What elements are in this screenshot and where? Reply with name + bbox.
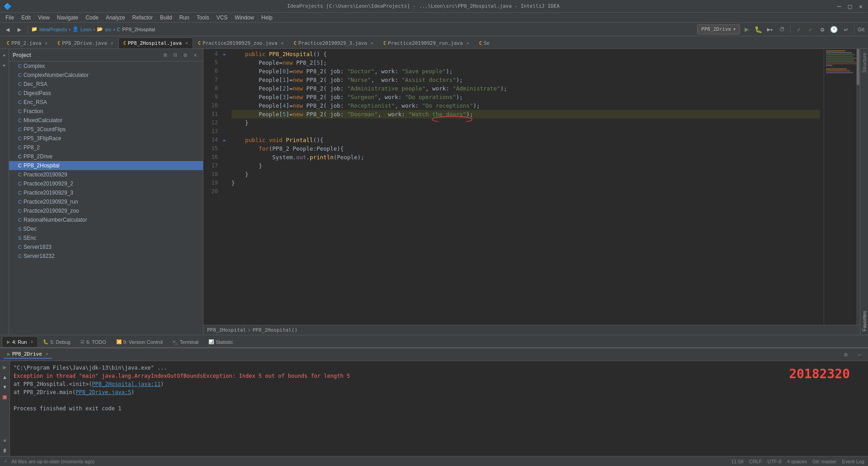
run-down-btn[interactable]: ▼ bbox=[1, 383, 9, 391]
sidebar-item-complexnumbercalculator[interactable]: C ComplexNumberCalculator bbox=[9, 71, 203, 80]
sidebar-settings-btn[interactable]: ⚙ bbox=[181, 51, 189, 59]
run-settings-btn[interactable]: ⚙ bbox=[841, 350, 851, 360]
debug-button[interactable]: 🐛 bbox=[754, 24, 764, 34]
tab-practice-run[interactable]: C Practice20190929_run.java × bbox=[378, 38, 474, 48]
menu-vcs[interactable]: VCS bbox=[213, 14, 231, 22]
run-config-selector[interactable]: PP8_2Drive ▾ bbox=[697, 24, 740, 34]
tab-pp8-2hospital[interactable]: C PP8_2Hospital.java × bbox=[118, 38, 193, 48]
menu-run[interactable]: Run bbox=[176, 14, 193, 22]
menu-analyze[interactable]: Analyze bbox=[102, 14, 129, 22]
sidebar-item-pp5-3countflips[interactable]: C PP5_3CountFlips bbox=[9, 125, 203, 134]
toolbar-project-name[interactable]: IdeaProjects bbox=[39, 27, 67, 32]
sidebar-item-practice-3[interactable]: C Practice20190929_3 bbox=[9, 188, 203, 197]
gutter-cell-4[interactable]: ▶ bbox=[222, 50, 228, 58]
run-output[interactable]: "C:\Program Files\Java\jdk-13\bin\java.e… bbox=[10, 361, 868, 456]
run-up-btn[interactable]: ▲ bbox=[1, 373, 9, 381]
menu-file[interactable]: File bbox=[2, 14, 18, 22]
minimap-scrollbar-thumb[interactable] bbox=[857, 49, 859, 85]
editor-content[interactable]: 4 5 6 7 8 9 10 11 12 13 14 15 16 17 18 1… bbox=[203, 49, 860, 325]
toolbar-user-name[interactable]: Leon bbox=[80, 27, 91, 32]
minimap-scrollbar[interactable] bbox=[856, 49, 860, 325]
toolbar-back-button[interactable]: ◀ bbox=[3, 24, 13, 34]
sidebar-expand-all-btn[interactable]: ⊞ bbox=[161, 51, 170, 59]
toolbar-src-name[interactable]: src bbox=[105, 27, 112, 32]
sidebar-item-practice-zoo[interactable]: C Practice20190929_zoo bbox=[9, 206, 203, 215]
tab-close-zoo[interactable]: × bbox=[281, 41, 284, 46]
menu-view[interactable]: View bbox=[34, 14, 53, 22]
sidebar-item-mixedcalculator[interactable]: C MixedCalculator bbox=[9, 116, 203, 125]
bottom-tab-terminal[interactable]: >_ Terminal bbox=[168, 336, 203, 347]
tab-close-pp8-2hospital[interactable]: × bbox=[185, 41, 188, 46]
sidebar-collapse-all-btn[interactable]: ⊟ bbox=[171, 51, 179, 59]
menu-refactor[interactable]: Refactor bbox=[129, 14, 156, 22]
tab-close-pp8-2drive[interactable]: × bbox=[111, 41, 113, 46]
sidebar-close-btn[interactable]: × bbox=[191, 51, 199, 59]
tab-pp8-2[interactable]: C PP8_2.java × bbox=[2, 38, 52, 48]
run-close-btn[interactable]: — bbox=[854, 350, 864, 360]
menu-code[interactable]: Code bbox=[82, 14, 102, 22]
menu-help[interactable]: Help bbox=[258, 14, 276, 22]
sidebar-item-fraction[interactable]: C Fraction bbox=[9, 107, 203, 116]
bottom-tab-todo[interactable]: ☑ 6: TODO bbox=[75, 336, 111, 347]
minimize-button[interactable]: ─ bbox=[835, 3, 843, 10]
sidebar-item-pp8-2[interactable]: C PP8_2 bbox=[9, 143, 203, 152]
sidebar-item-practice-run[interactable]: C Practice20190929_run bbox=[9, 197, 203, 206]
git-check2-button[interactable]: ✓ bbox=[806, 24, 816, 34]
git-history-button[interactable]: 🕐 bbox=[829, 24, 839, 34]
status-git[interactable]: Git: master bbox=[812, 459, 837, 464]
menu-build[interactable]: Build bbox=[156, 14, 176, 22]
bottom-tab-vcs[interactable]: 🔀 9: Version Control bbox=[111, 336, 168, 347]
run-at1-link[interactable]: PP8_2Hospital.java:11 bbox=[92, 381, 160, 387]
menu-window[interactable]: Window bbox=[231, 14, 258, 22]
tab-practice-zoo[interactable]: C Practice20190929_zoo.java × bbox=[193, 38, 289, 48]
status-charset[interactable]: UTF-8 bbox=[767, 459, 781, 464]
tab-pp8-2drive[interactable]: C PP8_2Drive.java × bbox=[52, 38, 118, 48]
coverage-button[interactable]: ▶▸ bbox=[765, 24, 775, 34]
sidebar-item-senc[interactable]: S SEnc bbox=[9, 233, 203, 243]
run-scroll-btn[interactable]: ≡ bbox=[1, 436, 9, 444]
toolbar-class-name[interactable]: PP8_2Hospital bbox=[122, 27, 155, 32]
gutter-cell-14[interactable]: ▶ bbox=[222, 136, 228, 144]
sidebar-item-pp8-2drive[interactable]: C PP8_2Drive bbox=[9, 152, 203, 161]
sidebar-item-complex[interactable]: C Complex bbox=[9, 62, 203, 71]
sidebar-item-practice-2[interactable]: C Practice20190929_2 bbox=[9, 179, 203, 188]
menu-edit[interactable]: Edit bbox=[18, 14, 34, 22]
sidebar-item-pp5-3fliprace[interactable]: C PP5_3FlipRace bbox=[9, 134, 203, 143]
run-at2-link[interactable]: PP8_2Drive.java:5 bbox=[75, 389, 131, 395]
tab-practice-3[interactable]: C Practice20190929_3.java × bbox=[289, 38, 378, 48]
bottom-tab-run[interactable]: ▶ 4: Run × bbox=[2, 336, 38, 347]
left-panel-btn-2[interactable]: ▶ bbox=[0, 61, 9, 70]
sidebar-item-dec-rsa[interactable]: C Dec_RSA bbox=[9, 80, 203, 89]
code-editor[interactable]: public PP8_2Hospital() { People=new PP8_… bbox=[228, 49, 824, 325]
sidebar-item-enc-rsa[interactable]: C Enc_RSA bbox=[9, 98, 203, 107]
tab-close-prun[interactable]: × bbox=[467, 41, 469, 46]
bottom-tab-statistic[interactable]: 📊 Statistic bbox=[203, 336, 238, 347]
git-check-button[interactable]: ✓ bbox=[794, 24, 804, 34]
profile-button[interactable]: ⏱ bbox=[777, 24, 787, 34]
breadcrumb-method[interactable]: PP8_2Hospital() bbox=[253, 327, 297, 333]
git-revert-button[interactable]: ↩ bbox=[841, 24, 851, 34]
sidebar-item-practice20190929[interactable]: C Practice20190929 bbox=[9, 170, 203, 179]
status-crlf[interactable]: CRLF bbox=[749, 459, 762, 464]
favorites-label[interactable]: Favorites bbox=[862, 309, 867, 333]
maximize-button[interactable]: □ bbox=[846, 3, 854, 10]
tab-close-pp8-2[interactable]: × bbox=[45, 41, 47, 46]
status-line-col[interactable]: 11:58 bbox=[731, 459, 744, 464]
git-settings-button[interactable]: ⚙ bbox=[817, 24, 827, 34]
run-tab-run-close[interactable]: × bbox=[46, 352, 48, 357]
run-stop-btn[interactable]: ■ bbox=[1, 393, 9, 401]
close-button[interactable]: ✕ bbox=[857, 3, 864, 10]
bottom-tab-debug[interactable]: 🐛 5: Debug bbox=[38, 336, 75, 347]
run-tab-close[interactable]: × bbox=[30, 339, 33, 344]
tab-se[interactable]: C Se bbox=[474, 38, 495, 48]
status-indent[interactable]: 4 spaces bbox=[787, 459, 807, 464]
menu-navigate[interactable]: Navigate bbox=[53, 14, 82, 22]
sidebar-item-server1823[interactable]: C Server1823 bbox=[9, 243, 203, 252]
run-filter-btn[interactable]: 🗑 bbox=[1, 446, 9, 454]
structure-label[interactable]: Structure bbox=[862, 51, 867, 75]
left-panel-btn-1[interactable]: ▶ bbox=[0, 51, 9, 60]
sidebar-item-sdec[interactable]: S SDec bbox=[9, 224, 203, 233]
run-tab-main[interactable]: ▶ PP8_2Drive × bbox=[4, 350, 52, 359]
sidebar-item-rationalnumbercalculator[interactable]: C RationalNumberCalculator bbox=[9, 215, 203, 224]
breadcrumb-class[interactable]: PP8_2Hospital bbox=[207, 327, 246, 333]
